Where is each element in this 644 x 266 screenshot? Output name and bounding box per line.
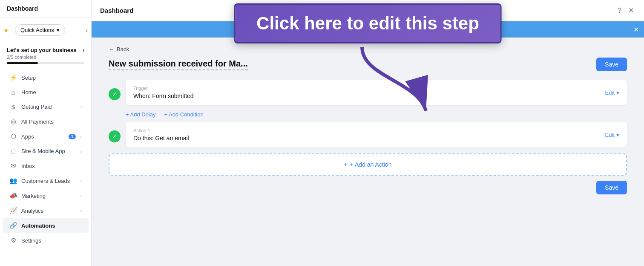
progress-fill	[7, 62, 38, 64]
trigger-card: Trigger When: Form submitted Edit ▾	[126, 80, 627, 105]
trigger-label: Trigger	[133, 86, 194, 91]
content-area: ← Back New submission received for Ma...…	[92, 38, 644, 266]
back-to-forms-button[interactable]: Back to Forms	[380, 25, 423, 34]
main-area: Dashboard ? ✕ Done with Automations? Bac…	[92, 0, 644, 266]
banner-text: Done with Automations?	[312, 26, 372, 33]
chevron-right-icon: ›	[80, 208, 82, 213]
page-title-row: New submission received for Ma... Save	[109, 58, 627, 71]
add-condition-link[interactable]: + Add Condition	[164, 111, 203, 118]
sidebar-item-label: Home	[21, 89, 82, 95]
chevron-right-icon: ›	[80, 178, 82, 183]
setup-icon: ⚡	[9, 74, 17, 81]
setup-progress: 2/5 completed	[7, 55, 84, 60]
top-bar-title: Dashboard	[100, 7, 133, 14]
settings-icon: ⚙	[9, 237, 17, 244]
sidebar-item-settings[interactable]: ⚙ Settings	[3, 233, 89, 248]
action-check-icon: ✓	[109, 130, 121, 142]
action-card: Action 1 Do this: Get an email Edit ▾	[126, 122, 627, 147]
back-label: Back	[117, 46, 129, 52]
action-row: ✓ Action 1 Do this: Get an email Edit ▾	[109, 122, 627, 147]
sidebar-item-apps[interactable]: ⬡ Apps 1 ›	[3, 129, 89, 144]
sidebar-item-label: Analytics	[21, 208, 76, 214]
sidebar-nav: ⚡ Setup ⌂ Home $ Getting Paid › ◎ All Pa…	[0, 68, 91, 266]
sidebar-item-getting-paid[interactable]: $ Getting Paid ›	[3, 100, 89, 114]
workflow-section: ✓ Trigger When: Form submitted Edit ▾ + …	[109, 80, 627, 194]
sidebar-item-label: All Payments	[21, 119, 82, 125]
help-icon[interactable]: ?	[616, 5, 623, 16]
banner-close-icon[interactable]: ✕	[633, 26, 639, 34]
sidebar-item-inbox[interactable]: ✉ Inbox	[3, 159, 89, 173]
sidebar-item-label: Customers & Leads	[21, 178, 76, 184]
add-action-label: + Add an Action	[350, 161, 392, 168]
sidebar-item-label: Site & Mobile App	[21, 148, 76, 154]
setup-banner: Let's set up your business › 2/5 complet…	[0, 43, 91, 68]
add-delay-link[interactable]: + Add Delay	[126, 111, 155, 118]
sidebar-item-label: Automations	[21, 223, 82, 229]
apps-badge: 1	[69, 134, 76, 139]
chevron-down-icon: ▾	[57, 27, 60, 33]
sidebar-item-label: Setup	[21, 75, 82, 81]
sidebar-item-marketing[interactable]: 📣 Marketing ›	[3, 188, 89, 203]
chevron-down-icon: ▾	[616, 132, 619, 138]
customers-icon: 👥	[9, 177, 17, 185]
top-bar-actions: ? ✕	[616, 5, 635, 16]
chevron-right-icon: ›	[80, 104, 82, 110]
action-card-content: Action 1 Do this: Get an email	[133, 128, 189, 142]
sidebar-item-customers-leads[interactable]: 👥 Customers & Leads ›	[3, 173, 89, 188]
sidebar-item-label: Marketing	[21, 193, 76, 199]
back-arrow-icon: ←	[109, 46, 114, 52]
marketing-icon: 📣	[9, 192, 17, 200]
add-links-row: + Add Delay + Add Condition	[126, 111, 627, 118]
quick-actions-label: Quick Actions	[20, 27, 54, 33]
sidebar: Dashboard ★ Quick Actions ▾ ‹ Let's set …	[0, 0, 92, 266]
action-value: Do this: Get an email	[133, 135, 189, 142]
sidebar-item-home[interactable]: ⌂ Home	[3, 85, 89, 99]
chevron-down-icon: ▾	[616, 90, 619, 96]
save-bottom-button[interactable]: Save	[596, 181, 627, 194]
getting-paid-icon: $	[9, 103, 17, 110]
trigger-value: When: Form submitted	[133, 93, 194, 99]
edit-label: Edit	[605, 90, 615, 96]
sidebar-item-setup[interactable]: ⚡ Setup	[3, 70, 89, 85]
automations-icon: 🔗	[9, 222, 17, 229]
trigger-card-content: Trigger When: Form submitted	[133, 86, 194, 99]
sidebar-item-site-mobile[interactable]: □ Site & Mobile App ›	[3, 144, 89, 158]
chevron-right-icon: ›	[80, 149, 82, 154]
trigger-check-icon: ✓	[109, 88, 121, 100]
trigger-edit-button[interactable]: Edit ▾	[605, 90, 619, 96]
save-top-button[interactable]: Save	[596, 58, 627, 71]
home-icon: ⌂	[9, 89, 17, 96]
chevron-right-icon: ›	[80, 134, 82, 139]
inbox-icon: ✉	[9, 162, 17, 170]
setup-arrow-icon: ›	[83, 47, 84, 53]
sidebar-item-analytics[interactable]: 📈 Analytics ›	[3, 203, 89, 218]
top-bar: Dashboard ? ✕	[92, 0, 644, 21]
chevron-right-icon: ›	[80, 193, 82, 198]
trigger-row: ✓ Trigger When: Form submitted Edit ▾	[109, 80, 627, 105]
plus-icon: +	[344, 161, 348, 168]
sidebar-item-label: Getting Paid	[21, 104, 76, 110]
close-icon[interactable]: ✕	[627, 5, 635, 16]
quick-actions-button[interactable]: Quick Actions ▾	[15, 24, 65, 36]
progress-bar	[7, 62, 84, 64]
apps-icon: ⬡	[9, 133, 17, 140]
sidebar-item-automations[interactable]: 🔗 Automations	[3, 218, 89, 233]
blue-banner: Done with Automations? Back to Forms ✕	[92, 21, 644, 38]
sidebar-collapse-button[interactable]: ‹	[86, 26, 88, 34]
sidebar-title: Dashboard	[0, 0, 91, 17]
sidebar-item-label: Inbox	[21, 163, 82, 169]
sidebar-item-all-payments[interactable]: ◎ All Payments	[3, 114, 89, 129]
site-mobile-icon: □	[9, 147, 17, 155]
page-title: New submission received for Ma...	[109, 59, 248, 70]
action-label: Action 1	[133, 128, 189, 133]
action-edit-button[interactable]: Edit ▾	[605, 132, 619, 138]
add-action-button[interactable]: + + Add an Action	[109, 153, 627, 176]
star-icon: ★	[3, 27, 9, 34]
back-link[interactable]: ← Back	[109, 46, 627, 52]
setup-title-text: Let's set up your business	[7, 47, 76, 53]
payments-icon: ◎	[9, 118, 17, 125]
edit-label: Edit	[605, 132, 615, 138]
analytics-icon: 📈	[9, 207, 17, 214]
sidebar-item-label: Apps	[21, 133, 64, 140]
sidebar-item-label: Settings	[21, 237, 82, 244]
